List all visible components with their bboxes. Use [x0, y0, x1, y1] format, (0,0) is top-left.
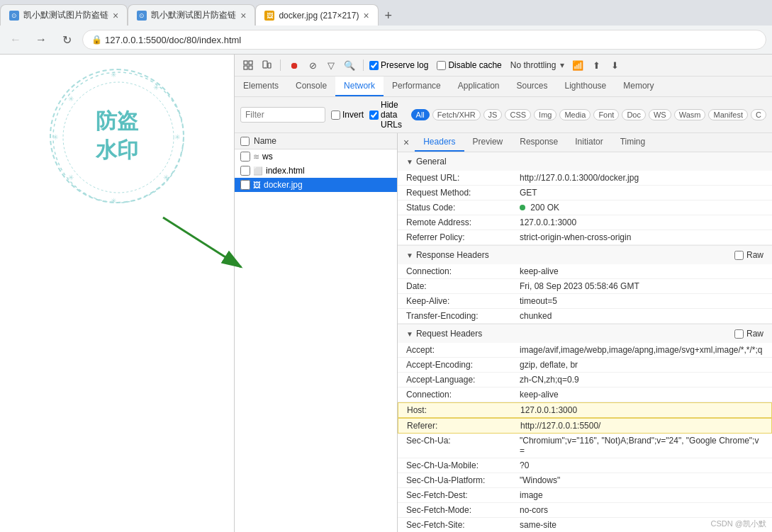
tab-1-close[interactable]: ×: [113, 10, 118, 21]
accept-encoding-val: gzip, deflate, br: [520, 360, 763, 370]
request-method-row: Request Method: GET: [398, 186, 772, 200]
filter-tag-media[interactable]: Media: [559, 109, 591, 120]
tab-1[interactable]: ⊙ 凯小默测试图片防盗链 ×: [0, 4, 128, 26]
devtools-search-button[interactable]: 🔍: [342, 57, 357, 73]
forward-button[interactable]: →: [31, 30, 51, 50]
detail-tab-headers[interactable]: Headers: [415, 133, 464, 152]
filter-input[interactable]: [240, 107, 325, 123]
keep-alive-row: Keep-Alive: timeout=5: [398, 294, 772, 309]
docker-checkbox[interactable]: [240, 180, 250, 190]
tab-3[interactable]: 🖼 docker.jpg (217×217) ×: [255, 4, 378, 26]
tab-sources[interactable]: Sources: [508, 77, 556, 96]
response-headers-section-header[interactable]: ▼ Response Headers Raw: [398, 246, 772, 264]
svg-rect-13: [249, 61, 252, 64]
sec-ch-ua-mobile-val: ?0: [520, 460, 763, 470]
filter-tag-more[interactable]: C: [751, 109, 766, 120]
disable-cache-checkbox[interactable]: [437, 61, 446, 70]
tab-memory[interactable]: Memory: [615, 77, 662, 96]
request-raw-checkbox[interactable]: [734, 329, 744, 339]
tab-network[interactable]: Network: [335, 77, 384, 96]
devtools-record-button[interactable]: ⏺: [286, 57, 302, 73]
accept-language-row: Accept-Language: zh-CN,zh;q=0.9: [398, 373, 772, 387]
sec-ch-ua-platform-row: Sec-Ch-Ua-Platform: "Windows": [398, 473, 772, 488]
devtools-inspect-button[interactable]: [240, 57, 256, 73]
address-bar[interactable]: 🔒 127.0.0.1:5500/doc/80/index.html: [82, 30, 766, 50]
detail-tab-response[interactable]: Response: [511, 133, 566, 152]
date-key: Date:: [406, 281, 520, 291]
back-button[interactable]: ←: [6, 30, 26, 50]
filter-tag-ws[interactable]: WS: [649, 109, 671, 120]
green-arrow: [149, 210, 262, 281]
accept-encoding-row: Accept-Encoding: gzip, deflate, br: [398, 358, 772, 373]
preserve-log-label[interactable]: Preserve log: [369, 60, 428, 70]
detail-close-button[interactable]: ×: [398, 134, 415, 151]
accept-key: Accept:: [406, 345, 520, 355]
watermark-snowflakes: ✳ ✳ ✳ ✳ ✳ ✳ ✳ ✳: [51, 70, 186, 205]
tab-lighthouse[interactable]: Lighthouse: [556, 77, 615, 96]
connection-val: keep-alive: [520, 266, 763, 276]
sec-ch-ua-mobile-row: Sec-Ch-Ua-Mobile: ?0: [398, 458, 772, 473]
detail-tab-initiator[interactable]: Initiator: [566, 133, 611, 152]
filter-tag-font[interactable]: Font: [593, 109, 619, 120]
devtools-upload-button[interactable]: ⬆: [588, 57, 604, 73]
remote-address-row: Remote Address: 127.0.0.1:3000: [398, 215, 772, 230]
request-item-docker-jpg[interactable]: 🖼 docker.jpg: [235, 178, 397, 192]
new-tab-button[interactable]: +: [379, 6, 398, 26]
devtools-download-button[interactable]: ⬇: [607, 57, 622, 73]
svg-text:✳: ✳: [153, 84, 159, 91]
host-val: 127.0.0.1:3000: [520, 405, 763, 415]
filter-tag-wasm[interactable]: Wasm: [674, 109, 706, 120]
ws-checkbox[interactable]: [240, 152, 250, 162]
filter-tag-manifest[interactable]: Manifest: [708, 109, 748, 120]
select-all-checkbox[interactable]: [240, 137, 250, 146]
index-name: index.html: [266, 166, 305, 176]
devtools-filter-button[interactable]: ▽: [323, 57, 339, 73]
transfer-encoding-val: chunked: [520, 311, 763, 321]
tab-2[interactable]: ⊙ 凯小默测试图片防盗链 ×: [128, 4, 255, 26]
filter-tag-fetch[interactable]: Fetch/XHR: [432, 109, 481, 120]
detail-tab-preview[interactable]: Preview: [464, 133, 512, 152]
svg-text:✳: ✳: [111, 71, 116, 79]
request-headers-section-header[interactable]: ▼ Request Headers Raw: [398, 324, 772, 343]
filter-tag-js[interactable]: JS: [483, 109, 503, 120]
filter-tag-css[interactable]: CSS: [505, 109, 531, 120]
tab-performance[interactable]: Performance: [384, 77, 449, 96]
general-section-header[interactable]: ▼ General: [398, 152, 772, 171]
hide-data-label[interactable]: Hide data URLs: [369, 100, 405, 130]
request-item-index-html[interactable]: ⬜ index.html: [235, 164, 397, 178]
request-item-ws[interactable]: ≋ ws: [235, 149, 397, 164]
tab-console[interactable]: Console: [287, 77, 335, 96]
tab-elements[interactable]: Elements: [235, 77, 287, 96]
invert-label[interactable]: Invert: [331, 110, 364, 120]
filter-tag-img[interactable]: Img: [534, 109, 556, 120]
tab-application[interactable]: Application: [449, 77, 508, 96]
tab-3-favicon: 🖼: [264, 11, 274, 21]
svg-rect-18: [268, 63, 271, 68]
address-bar-row: ← → ↻ 🔒 127.0.0.1:5500/doc/80/index.html: [0, 26, 772, 54]
tab-2-close[interactable]: ×: [240, 10, 246, 21]
response-headers-arrow: ▼: [406, 251, 413, 259]
filter-tag-doc[interactable]: Doc: [622, 109, 646, 120]
invert-checkbox[interactable]: [331, 111, 340, 120]
disable-cache-label[interactable]: Disable cache: [437, 60, 501, 70]
tab-3-close[interactable]: ×: [363, 10, 369, 21]
tab-3-label: docker.jpg (217×217): [279, 11, 359, 21]
referrer-policy-val: strict-origin-when-cross-origin: [520, 232, 763, 242]
devtools-wifi-button[interactable]: 📶: [570, 57, 586, 73]
accept-encoding-key: Accept-Encoding:: [406, 360, 520, 370]
response-raw-checkbox[interactable]: [734, 251, 744, 260]
devtools-mobile-button[interactable]: [259, 57, 274, 73]
devtools-clear-button[interactable]: ⊘: [305, 57, 320, 73]
tab-1-label: 凯小默测试图片防盗链: [23, 9, 108, 21]
detail-tab-timing[interactable]: Timing: [612, 133, 654, 152]
svg-text:✳: ✳: [52, 133, 58, 141]
hide-data-checkbox[interactable]: [369, 111, 379, 120]
filter-tag-all[interactable]: All: [411, 109, 430, 120]
reload-button[interactable]: ↻: [57, 30, 77, 50]
index-checkbox[interactable]: [240, 166, 250, 176]
accept-row: Accept: image/avif,image/webp,image/apng…: [398, 343, 772, 358]
throttle-arrow[interactable]: ▾: [560, 60, 564, 70]
svg-line-11: [163, 217, 241, 267]
sec-ch-ua-platform-key: Sec-Ch-Ua-Platform:: [406, 475, 520, 485]
preserve-log-checkbox[interactable]: [369, 61, 379, 70]
